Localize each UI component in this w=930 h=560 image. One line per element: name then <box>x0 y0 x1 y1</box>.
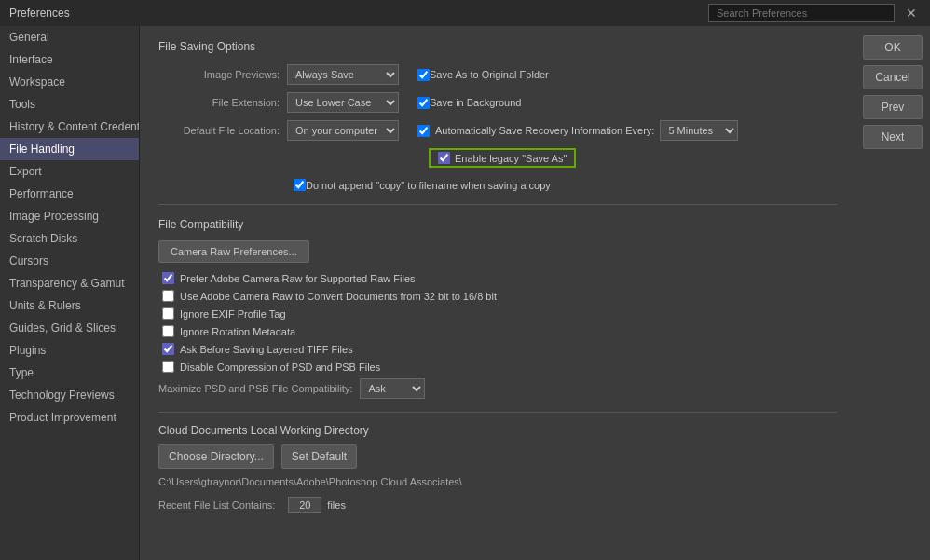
sidebar-item-history---content-credentials[interactable]: History & Content Credentials <box>0 116 139 138</box>
default-location-select[interactable]: On your computerCloud Documents <box>287 120 399 141</box>
use-raw-32bit-checkbox[interactable] <box>162 290 174 302</box>
file-compat-title: File Compatibility <box>158 218 837 231</box>
sidebar-item-type[interactable]: Type <box>0 362 139 384</box>
preferences-window: Preferences ✕ GeneralInterfaceWorkspaceT… <box>0 0 930 560</box>
list-item: Ignore Rotation Metadata <box>162 325 837 337</box>
default-location-label: Default File Location: <box>158 125 280 136</box>
sidebar-item-product-improvement[interactable]: Product Improvement <box>0 406 139 429</box>
list-item: Prefer Adobe Camera Raw for Supported Ra… <box>162 272 837 284</box>
search-input[interactable] <box>708 4 895 22</box>
cloud-title: Cloud Documents Local Working Directory <box>158 424 837 437</box>
ignore-exif-checkbox[interactable] <box>162 307 174 320</box>
sidebar-item-general[interactable]: General <box>0 26 139 48</box>
save-as-original-checkbox[interactable] <box>417 69 430 81</box>
sidebar-item-cursors[interactable]: Cursors <box>0 250 139 272</box>
maximize-compat-select[interactable]: Ask Always Never <box>360 378 425 399</box>
use-raw-32bit-label: Use Adobe Camera Raw to Convert Document… <box>180 291 497 302</box>
recent-files-label: Recent File List Contains: <box>158 499 275 511</box>
sidebar-item-file-handling[interactable]: File Handling <box>0 138 139 160</box>
file-extension-row: File Extension: Use Lower CaseUse Upper … <box>158 92 837 113</box>
sidebar-item-units---rulers[interactable]: Units & Rulers <box>0 294 139 317</box>
recent-files-suffix: files <box>327 499 346 511</box>
save-as-original-label: Save As to Original Folder <box>430 69 549 80</box>
titlebar: Preferences ✕ <box>0 0 930 26</box>
ignore-rotation-checkbox[interactable] <box>162 325 174 337</box>
default-location-row: Default File Location: On your computerC… <box>158 120 837 141</box>
ok-button[interactable]: OK <box>863 35 923 60</box>
image-previews-select[interactable]: Always SaveNever SaveAsk When Saving <box>287 64 399 85</box>
prev-button[interactable]: Prev <box>863 95 923 119</box>
cloud-section: Cloud Documents Local Working Directory … <box>158 412 837 487</box>
cloud-path: C:\Users\gtraynor\Documents\Adobe\Photos… <box>158 476 837 487</box>
sidebar-item-interface[interactable]: Interface <box>0 48 139 71</box>
save-in-background-label: Save in Background <box>430 97 521 108</box>
titlebar-controls: ✕ <box>708 4 921 22</box>
sidebar-item-transparency---gamut[interactable]: Transparency & Gamut <box>0 272 139 294</box>
sidebar-item-scratch-disks[interactable]: Scratch Disks <box>0 227 139 250</box>
prefer-raw-label: Prefer Adobe Camera Raw for Supported Ra… <box>180 273 416 284</box>
auto-save-checkbox[interactable] <box>417 125 430 137</box>
compat-check-list: Prefer Adobe Camera Raw for Supported Ra… <box>162 272 837 373</box>
image-previews-label: Image Previews: <box>158 69 280 80</box>
close-button[interactable]: ✕ <box>902 5 921 21</box>
list-item: Ask Before Saving Layered TIFF Files <box>162 343 837 355</box>
sidebar: GeneralInterfaceWorkspaceToolsHistory & … <box>0 26 140 560</box>
list-item: Use Adobe Camera Raw to Convert Document… <box>162 290 837 302</box>
camera-raw-btn[interactable]: Camera Raw Preferences... <box>158 240 309 263</box>
sidebar-item-guides--grid---slices[interactable]: Guides, Grid & Slices <box>0 317 139 339</box>
file-compat-section: File Compatibility Camera Raw Preference… <box>158 218 837 399</box>
ignore-exif-label: Ignore EXIF Profile Tag <box>180 308 286 320</box>
choose-directory-btn[interactable]: Choose Directory... <box>158 444 274 469</box>
sidebar-item-technology-previews[interactable]: Technology Previews <box>0 384 139 406</box>
sidebar-item-performance[interactable]: Performance <box>0 183 139 205</box>
image-previews-row: Image Previews: Always SaveNever SaveAsk… <box>158 64 837 85</box>
list-item: Ignore EXIF Profile Tag <box>162 307 837 320</box>
ignore-rotation-label: Ignore Rotation Metadata <box>180 326 295 337</box>
no-copy-label: Do not append "copy" to filename when sa… <box>306 180 551 191</box>
enable-legacy-label: Enable legacy "Save As" <box>455 153 567 164</box>
recent-files-row: Recent File List Contains: files <box>158 497 837 513</box>
list-item: Disable Compression of PSD and PSB Files <box>162 361 837 373</box>
maximize-compat-label: Maximize PSD and PSB File Compatibility: <box>158 383 352 394</box>
content-area: File Saving Options Image Previews: Alwa… <box>140 26 855 560</box>
set-default-btn[interactable]: Set Default <box>281 444 357 469</box>
disable-compression-label: Disable Compression of PSD and PSB Files <box>180 362 380 373</box>
enable-legacy-box: Enable legacy "Save As" <box>429 148 576 168</box>
no-copy-checkbox[interactable] <box>294 179 306 191</box>
ask-before-tiff-checkbox[interactable] <box>162 343 174 355</box>
sidebar-item-workspace[interactable]: Workspace <box>0 71 139 93</box>
right-buttons: OK Cancel Prev Next <box>855 26 930 560</box>
sidebar-item-plugins[interactable]: Plugins <box>0 339 139 362</box>
auto-save-interval-select[interactable]: 1 Minute5 Minutes10 Minutes15 Minutes30 … <box>660 120 738 141</box>
main-content: GeneralInterfaceWorkspaceToolsHistory & … <box>0 26 930 560</box>
auto-save-label: Automatically Save Recovery Information … <box>435 125 654 136</box>
sidebar-item-export[interactable]: Export <box>0 160 139 183</box>
ask-before-tiff-label: Ask Before Saving Layered TIFF Files <box>180 344 353 355</box>
recent-files-input[interactable] <box>288 497 321 513</box>
sidebar-item-image-processing[interactable]: Image Processing <box>0 205 139 227</box>
enable-legacy-checkbox[interactable] <box>438 152 450 164</box>
sidebar-item-tools[interactable]: Tools <box>0 93 139 116</box>
window-title: Preferences <box>9 7 70 20</box>
file-extension-select[interactable]: Use Lower CaseUse Upper Case <box>287 92 399 113</box>
file-saving-title: File Saving Options <box>158 40 837 53</box>
maximize-compat-row: Maximize PSD and PSB File Compatibility:… <box>158 378 837 399</box>
prefer-raw-checkbox[interactable] <box>162 272 174 284</box>
save-in-background-checkbox[interactable] <box>417 97 430 109</box>
next-button[interactable]: Next <box>863 125 923 149</box>
disable-compression-checkbox[interactable] <box>162 361 174 373</box>
file-extension-label: File Extension: <box>158 97 280 108</box>
cloud-btn-row: Choose Directory... Set Default <box>158 444 837 469</box>
file-saving-section: File Saving Options Image Previews: Alwa… <box>158 40 837 191</box>
cancel-button[interactable]: Cancel <box>863 65 923 89</box>
